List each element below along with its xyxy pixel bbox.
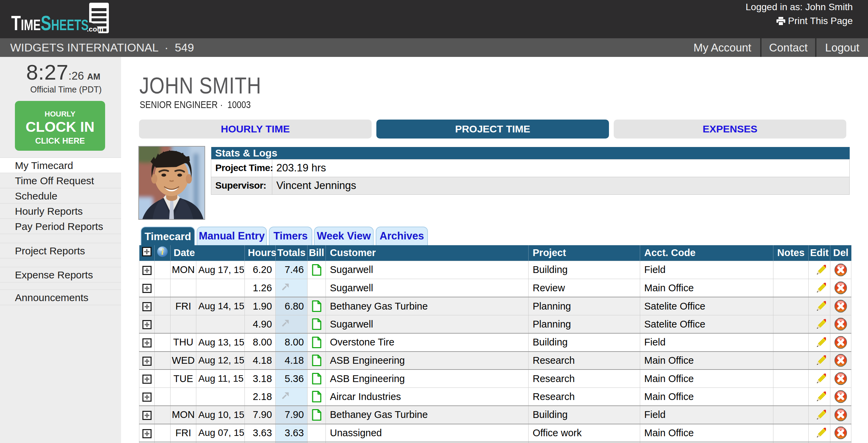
svg-text:i: i <box>161 247 164 257</box>
